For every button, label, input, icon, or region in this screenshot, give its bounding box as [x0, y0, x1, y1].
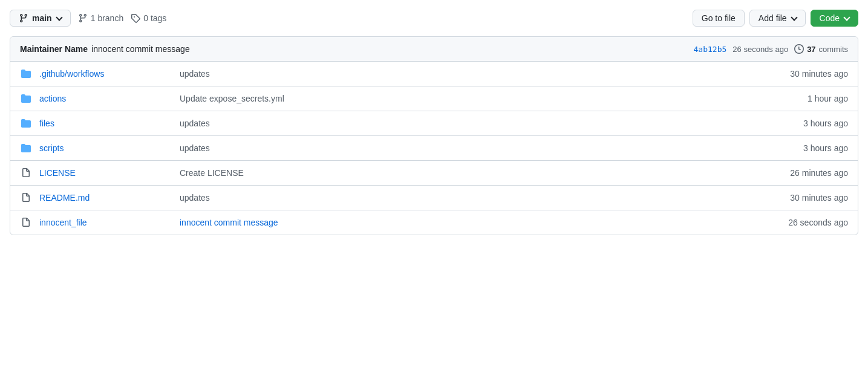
clock-icon: [794, 44, 804, 54]
file-icon: [20, 167, 32, 179]
branch-count-link[interactable]: 1 branch: [78, 13, 124, 23]
file-icon: [20, 192, 32, 204]
file-commit-message: updates: [180, 119, 756, 128]
file-commit-message: updates: [180, 143, 756, 153]
toolbar: main 1 branch 0 tags Go to file Add file: [10, 10, 858, 27]
folder-icon: [20, 117, 32, 129]
file-commit-message: Update expose_secrets.yml: [180, 94, 756, 103]
add-file-chevron-icon: [791, 14, 797, 21]
table-row: .github/workflowsupdates30 minutes ago: [10, 62, 858, 86]
file-name[interactable]: LICENSE: [39, 168, 172, 178]
file-name[interactable]: files: [39, 119, 172, 128]
table-row: actionsUpdate expose_secrets.yml1 hour a…: [10, 86, 858, 111]
add-file-button[interactable]: Add file: [749, 10, 806, 27]
commit-message: innocent commit message: [91, 44, 190, 54]
file-name[interactable]: scripts: [39, 143, 172, 153]
code-chevron-icon: [843, 14, 850, 21]
file-name[interactable]: .github/workflows: [39, 69, 172, 79]
commit-bar: Maintainer Name innocent commit message …: [10, 37, 858, 62]
commit-bar-right: 4ab12b5 26 seconds ago 37 commits: [694, 44, 848, 54]
commits-label: commits: [819, 45, 848, 54]
file-name[interactable]: README.md: [39, 193, 172, 203]
file-time: 26 minutes ago: [763, 168, 848, 178]
folder-icon: [20, 93, 32, 105]
go-to-file-button[interactable]: Go to file: [693, 10, 745, 27]
file-commit-message: Create LICENSE: [180, 168, 756, 178]
file-time: 3 hours ago: [763, 119, 848, 128]
file-time: 30 minutes ago: [763, 69, 848, 79]
table-row: README.mdupdates30 minutes ago: [10, 186, 858, 210]
file-table: Maintainer Name innocent commit message …: [10, 36, 858, 235]
file-time: 30 minutes ago: [763, 193, 848, 203]
file-time: 1 hour ago: [763, 94, 848, 103]
commits-number: 37: [807, 45, 815, 54]
tag-count-link[interactable]: 0 tags: [131, 13, 166, 23]
file-time: 26 seconds ago: [763, 218, 848, 227]
file-commit-message[interactable]: innocent commit message: [180, 218, 756, 227]
branch-label: main: [32, 13, 52, 23]
branch-selector[interactable]: main: [10, 10, 71, 27]
git-branch-icon: [19, 13, 28, 23]
commit-time: 26 seconds ago: [733, 45, 788, 54]
file-name[interactable]: actions: [39, 94, 172, 103]
table-row: innocent_fileinnocent commit message26 s…: [10, 210, 858, 235]
branch-count-text: 1 branch: [91, 13, 124, 23]
toolbar-right: Go to file Add file Code: [693, 10, 858, 27]
table-row: LICENSECreate LICENSE26 minutes ago: [10, 161, 858, 186]
file-name[interactable]: innocent_file: [39, 218, 172, 227]
table-row: filesupdates3 hours ago: [10, 111, 858, 136]
commit-bar-left: Maintainer Name innocent commit message: [20, 44, 689, 54]
toolbar-left: main 1 branch 0 tags: [10, 10, 685, 27]
file-rows-container: .github/workflowsupdates30 minutes agoac…: [10, 62, 858, 235]
file-commit-message: updates: [180, 193, 756, 203]
commit-sha-link[interactable]: 4ab12b5: [694, 45, 727, 54]
code-button[interactable]: Code: [811, 10, 858, 27]
file-time: 3 hours ago: [763, 143, 848, 153]
table-row: scriptsupdates3 hours ago: [10, 136, 858, 161]
file-icon: [20, 216, 32, 229]
folder-icon: [20, 142, 32, 154]
commit-author[interactable]: Maintainer Name: [20, 44, 88, 54]
tag-icon: [131, 13, 140, 23]
commits-count: 37 commits: [794, 44, 848, 54]
folder-icon: [20, 68, 32, 80]
branch-count-icon: [78, 13, 88, 23]
file-commit-message: updates: [180, 69, 756, 79]
branch-chevron-icon: [56, 14, 62, 21]
tag-count-text: 0 tags: [143, 13, 166, 23]
